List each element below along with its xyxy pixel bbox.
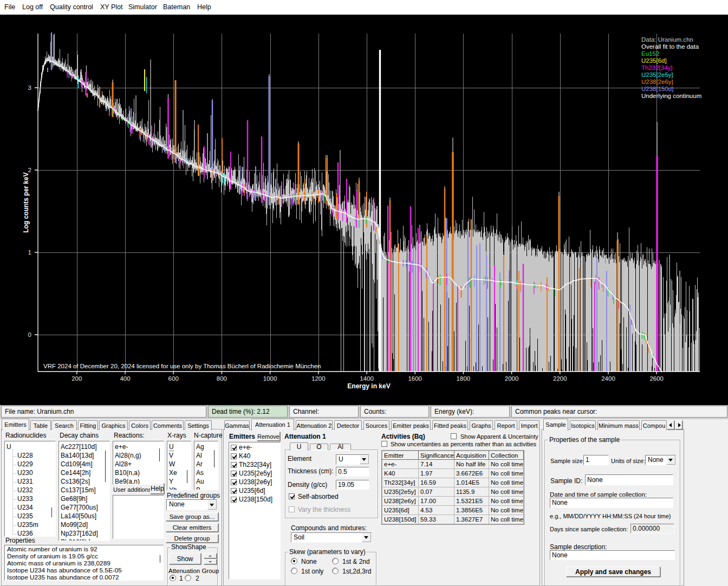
svg-text:200: 200 xyxy=(72,375,82,382)
svg-text:Data: Uranium.chn: Data: Uranium.chn xyxy=(641,36,693,43)
svg-text:600: 600 xyxy=(168,375,179,382)
svg-text:U238[150d]: U238[150d] xyxy=(641,86,673,92)
svg-text:2: 2 xyxy=(28,167,31,173)
svg-text:Underlying continuum: Underlying continuum xyxy=(641,93,701,99)
svg-text:0: 0 xyxy=(28,331,31,338)
svg-text:U238[2e6y]: U238[2e6y] xyxy=(641,79,673,85)
svg-text:2200: 2200 xyxy=(553,375,567,382)
svg-text:1400: 1400 xyxy=(360,375,374,382)
svg-text:1600: 1600 xyxy=(408,375,422,382)
svg-text:2400: 2400 xyxy=(601,375,615,382)
svg-text:1: 1 xyxy=(28,249,31,256)
svg-text:2600: 2600 xyxy=(649,375,664,382)
svg-text:Log counts per keV: Log counts per keV xyxy=(22,172,30,232)
svg-text:2000: 2000 xyxy=(505,375,519,382)
svg-text:1200: 1200 xyxy=(311,375,326,382)
svg-text:1800: 1800 xyxy=(457,375,471,382)
svg-text:1000: 1000 xyxy=(263,375,277,382)
svg-text:U235[2e5y]: U235[2e5y] xyxy=(641,71,673,78)
svg-text:VRF 2024 of December 20, 2024: VRF 2024 of December 20, 2024 licensed f… xyxy=(43,363,321,369)
svg-text:3: 3 xyxy=(28,84,31,91)
svg-text:800: 800 xyxy=(217,375,227,382)
svg-text:Th232[34y]: Th232[34y] xyxy=(641,64,673,71)
svg-text:400: 400 xyxy=(120,375,130,382)
svg-text:Overall fit to the data: Overall fit to the data xyxy=(641,43,699,50)
svg-text:U235[6d]: U235[6d] xyxy=(641,57,667,64)
svg-text:Energy in keV: Energy in keV xyxy=(347,382,390,390)
svg-text:Eu152: Eu152 xyxy=(641,50,659,57)
